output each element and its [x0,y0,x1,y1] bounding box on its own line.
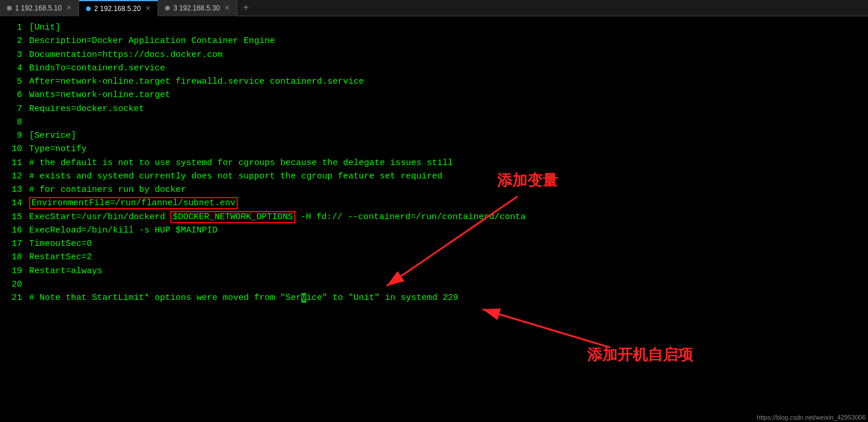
tab-label-1: 1 192.168.5.10 [15,4,62,12]
line-21: 21 # Note that StartLimit* options were … [0,291,868,305]
tab-close-3[interactable]: ✕ [224,4,230,12]
line-7: 7 Requires=docker.socket [0,102,868,116]
docker-network-options-highlight: $DOCKER_NETWORK_OPTIONS [170,211,295,223]
line-5: 5 After=network-online.target firewalld.… [0,75,868,88]
tab-2[interactable]: 2 192.168.5.20 ✕ [79,0,158,16]
tab-dot-3 [165,6,170,10]
line-12: 12 # exists and systemd currently does n… [0,170,868,183]
line-1: 1 [Unit] [0,21,868,34]
tab-3[interactable]: 3 192.168.5.30 ✕ [158,0,237,16]
watermark: https://blog.csdn.net/weixin_42953006 [757,414,866,421]
line-13: 13 # for containers run by docker [0,183,868,196]
env-file-highlight: EnvironmentFile=/run/flannel/subnet.env [29,197,238,209]
line-10: 10 Type=notify [0,142,868,156]
tab-close-1[interactable]: ✕ [66,4,72,12]
line-6: 6 Wants=network-online.target [0,88,868,102]
line-20: 20 [0,278,868,291]
line-8: 8 [0,116,868,129]
annotation-add-autostart: 添加开机自启项 [587,345,693,365]
line-16: 16 ExecReload=/bin/kill -s HUP $MAINPID [0,224,868,237]
tab-dot-1 [7,6,12,10]
svg-line-2 [483,309,610,348]
tab-1[interactable]: 1 192.168.5.10 ✕ [0,0,79,16]
tab-close-2[interactable]: ✕ [145,5,151,12]
tab-label-3: 3 192.168.5.30 [173,4,220,12]
service-highlight: v [301,293,306,303]
terminal: 1 [Unit] 2 Description=Docker Applicatio… [0,16,868,422]
tab-dot-2 [86,6,91,11]
tab-label-2: 2 192.168.5.20 [94,5,141,13]
line-11: 11 # the default is not to use systemd f… [0,156,868,170]
line-3: 3 Documentation=https://docs.docker.com [0,48,868,62]
line-2: 2 Description=Docker Application Contain… [0,34,868,48]
line-15: 15 ExecStart=/usr/bin/dockerd $DOCKER_NE… [0,210,868,224]
line-19: 19 Restart=always [0,264,868,278]
line-4: 4 BindsTo=containerd.service [0,62,868,75]
line-18: 18 RestartSec=2 [0,251,868,264]
line-17: 17 TimeoutSec=0 [0,237,868,251]
line-14: 14 EnvironmentFile=/run/flannel/subnet.e… [0,196,868,210]
new-tab-button[interactable]: + [237,3,255,13]
line-9: 9 [Service] [0,129,868,142]
tab-bar: 1 192.168.5.10 ✕ 2 192.168.5.20 ✕ 3 192.… [0,0,868,16]
